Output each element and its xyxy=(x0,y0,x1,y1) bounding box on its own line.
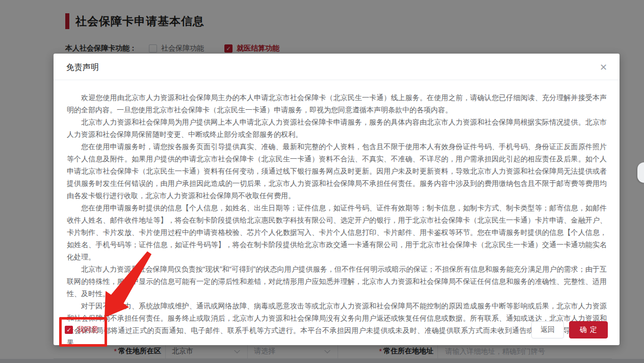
agree-label: 我同意 xyxy=(77,325,98,334)
disclaimer-modal: 免责声明 ✕ 欢迎您使用由北京市人力资源和社会保障局主办的本人申请北京市社会保障… xyxy=(54,54,620,345)
disclaimer-paragraph: 北京市人力资源和社会保障局仅负责按“现状”和“可得到”的状态向用户提供服务，但不… xyxy=(67,263,607,300)
disclaimer-paragraph: 北京市人力资源和社会保障局为用户提供网上本人申请北京人力资源社会保障卡申请服务，… xyxy=(67,116,607,140)
back-button[interactable]: 返回 xyxy=(531,321,564,338)
disclaimer-text: 欢迎您使用由北京市人力资源和社会保障局主办的本人申请北京市社会保障卡（北京民生一… xyxy=(54,80,620,349)
modal-buttons: 返回 确定 xyxy=(531,321,608,338)
modal-footer: 我同意 返回 确定 xyxy=(54,319,620,341)
side-widget-handle[interactable] xyxy=(637,162,644,183)
disclaimer-paragraph: 您在使用申请服务时提供的信息【个人信息，如姓名、出生日期等；证件信息，如证件号码… xyxy=(67,202,607,263)
modal-header: 免责声明 ✕ xyxy=(54,54,620,80)
confirm-button[interactable]: 确定 xyxy=(569,321,608,338)
close-icon[interactable]: ✕ xyxy=(598,61,609,74)
agree-checkbox-group[interactable]: 我同意 xyxy=(65,325,98,334)
disclaimer-paragraph: 欢迎您使用由北京市人力资源和社会保障局主办的本人申请北京市社会保障卡（北京民生一… xyxy=(67,91,607,116)
agree-checkbox[interactable] xyxy=(65,326,73,334)
modal-title: 免责声明 xyxy=(66,62,99,73)
disclaimer-paragraph: 您在使用申请服务时，请您按各服务页面引导提供真实、准确、最新和完整的个人资料，包… xyxy=(67,140,607,202)
